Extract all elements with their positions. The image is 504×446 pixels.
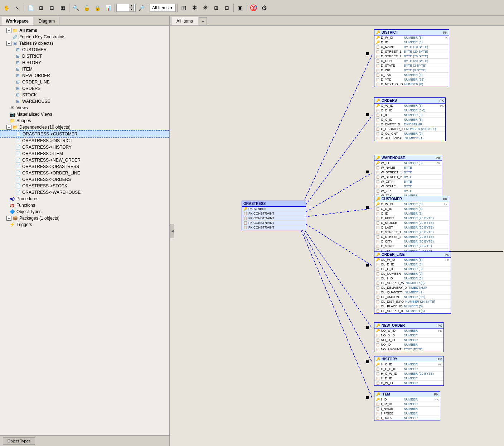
toolbar-hand-btn[interactable]: ✋ [1,3,11,13]
bottom-tab-objtypes[interactable]: Object Types [3,437,35,445]
tree-item-stock[interactable]: ⊞ STOCK [0,92,169,98]
toolbar-search-btn[interactable]: 🔍 [71,3,81,13]
collapse-handle[interactable]: ◀ [170,224,174,238]
tree-item-triggers[interactable]: ⚡ Triggers [0,221,169,228]
item-tbl-icon: 🔑 [376,392,380,396]
toolbar-icon6-btn[interactable]: ▣ [235,3,245,13]
tree-item-order-line[interactable]: ⊞ ORDER_LINE [0,79,169,85]
tree-item-customer[interactable]: ⊞ CUSTOMER [0,47,169,53]
db-table-customer[interactable]: 🔑 CUSTOMER PK 🔑C_W_IDNUMBER (5)PK 📋C_D_I… [374,196,449,254]
tree-item-district[interactable]: ⊞ DISTRICT [0,53,169,59]
tree-item-dep4[interactable]: 📄 ORASTRESS->ITEM [0,150,169,157]
toolbar-icon8-btn[interactable]: ⚙ [259,3,269,13]
customer-label: CUSTOMER [22,47,47,52]
table-row: 📋D_STREET_2BYTE (20 BYTE) [374,54,449,59]
tab-diagram[interactable]: Diagram [34,17,59,25]
tree-item-history[interactable]: ⊞ HISTORY [0,59,169,66]
svg-line-6 [297,220,372,363]
bottom-panel: Object Types [0,435,169,446]
tree-item-views[interactable]: 👁 Views [0,105,169,111]
zoom-input[interactable]: 24 [118,5,128,10]
tables-toggle[interactable]: − [6,41,11,46]
right-tab-add-btn[interactable]: + [199,17,207,25]
toolbar-icon4-btn[interactable]: ⊞ [211,3,221,13]
tree-item-matviews[interactable]: 📷 Materialized Views [0,111,169,118]
toolbar-copy-btn[interactable]: ⊞ [36,3,46,13]
table-row: 📋NO_AMOUNTTEXT (BYTE) [374,347,444,352]
db-table-history[interactable]: 🔑 HISTORY PK 🔑H_C_IDNUMBERPK 📋H_C_D_IDNU… [374,356,444,386]
toolbar-icon7-btn[interactable]: 🎯 [248,3,258,13]
root-toggle[interactable]: − [6,28,11,33]
tree-item-tables[interactable]: − ⊞ Tables (9 objects) [0,40,169,47]
tree-item-shapes[interactable]: 📁 Shapes [0,118,169,124]
toolbar-lock2-btn[interactable]: 🔒 [92,3,102,13]
db-table-order-line[interactable]: 🔑 ORDER_LINE PK 🔑OL_W_IDNUMBER (5)PK 📋OL… [374,251,451,314]
toolbar-chart-btn[interactable]: 📊 [103,3,113,13]
zoom-down-btn[interactable]: ▼ [129,8,134,12]
table-row: 📋H_C_W_IDNUMBER (20 BYTE) [374,371,444,376]
toolbar-lock-btn[interactable]: 🔓 [82,3,92,13]
table-row: 📋I_NAMENUMBER [374,407,440,411]
tree-item-fk[interactable]: 🔗 Foreign Key Constraints [0,34,169,40]
tree-container[interactable]: − 📁 All Items 🔗 Foreign Key Constraints … [0,26,169,435]
district-icon: ⊞ [15,53,21,59]
db-table-orastress[interactable]: ORASTRESS 🔑PK STRESS 📋FK CONSTRAINT 📋FK … [242,201,306,230]
tree-item-dep1[interactable]: 📄 ORASTRESS->CUSTOMER [0,130,169,138]
svg-line-4 [297,219,372,266]
dep2-icon: 📄 [15,138,21,144]
tree-item-dep3[interactable]: 📄 ORASTRESS->HISTORY [0,144,169,150]
tree-item-item[interactable]: ⊞ ITEM [0,66,169,72]
tree-item-dep2[interactable]: 📄 ORASTRESS->DISTRICT [0,138,169,144]
dep6-icon: 📄 [15,164,21,169]
tree-item-objtypes[interactable]: 🔷 Object Types [0,208,169,215]
table-row: 📋D_STATEBYTE (2 BYTE) [374,63,449,68]
fk-label: Foreign Key Constraints [19,34,66,39]
tree-item-deps[interactable]: − 📂 Dependencies (10 objects) [0,124,169,130]
tree-item-dep9[interactable]: 📄 ORASTRESS->STOCK [0,183,169,189]
toolbar-layout-btn[interactable]: ▦ [58,3,68,13]
svg-line-0 [297,54,372,216]
matviews-icon: 📷 [9,111,15,117]
toolbar-magnify-btn[interactable]: 🔎 [136,3,146,13]
warehouse-tbl-info: PK [436,156,440,160]
zoom-up-btn[interactable]: ▲ [129,4,134,8]
toolbar-icon1-btn[interactable]: ⊞ [179,3,189,13]
tree-item-dep10[interactable]: 📄 ORASTRESS->WAREHOUSE [0,189,169,196]
right-tab-allitems[interactable]: All Items [171,17,198,25]
stock-label: STOCK [22,92,37,97]
svg-line-7 [297,221,372,398]
tree-item-dep5[interactable]: 📄 ORASTRESS->NEW_ORDER [0,157,169,163]
db-table-district[interactable]: 🔑 DISTRICT PK 🔑D_W_IDNUMBER (5)PK 🔑D_IDN… [374,29,449,87]
tree-item-warehouse[interactable]: ⊞ WAREHOUSE [0,98,169,105]
db-table-orders[interactable]: 🔑 ORDERS PK 🔑O_W_IDNUMBER (5)PK 📋O_D_IDN… [374,97,446,141]
deps-toggle[interactable]: − [6,125,11,130]
toolbar-icon3-btn[interactable]: ✳ [200,3,210,13]
tree-item-new-order[interactable]: ⊞ NEW_ORDER [0,72,169,79]
tree-item-dep6[interactable]: 📄 ORASTRESS->ORASTRESS [0,163,169,170]
customer-tbl-icon: 🔑 [376,197,380,201]
toolbar-select-btn[interactable]: ↖ [12,3,22,13]
db-table-new-order[interactable]: 🔑 NEW_ORDER PK 🔑NO_W_IDNUMBERPK 📋NO_D_ID… [374,322,444,352]
packages-toggle[interactable]: + [6,216,11,221]
diagram-canvas[interactable]: 🔑 DISTRICT PK 🔑D_W_IDNUMBER (5)PK 🔑D_IDN… [170,26,504,446]
table-row: 📋OL_O_IDNUMBER (8) [374,267,451,272]
tree-item-dep8[interactable]: 📄 ORASTRESS->ORDERS [0,176,169,183]
tree-root[interactable]: − 📁 All Items [0,27,169,34]
toolbar-icon2-btn[interactable]: ❄ [190,3,200,13]
tree-item-procedures[interactable]: p() Procedures [0,196,169,202]
toolbar-grid-btn[interactable]: ⊟ [47,3,57,13]
db-table-item[interactable]: 🔑 ITEM PK 🔑I_IDNUMBERPK 📋I_IM_IDNUMBER 📋… [374,391,440,421]
tree-item-functions[interactable]: f() Functions [0,202,169,208]
toolbar-new-btn[interactable]: 📄 [25,3,35,13]
table-row: 📋C_D_IDNUMBER (5) [374,207,449,211]
tree-item-orders[interactable]: ⊞ ORDERS [0,85,169,92]
toolbar-icon5-btn[interactable]: ⊟ [222,3,232,13]
filter-dropdown[interactable]: All Items ▼ [150,4,176,12]
table-row: 📋OL_DELIVERY_DTIMESTAMP [374,286,451,290]
collapse-icon: ◀ [171,229,174,233]
tab-workspace[interactable]: Workspace [1,17,33,25]
table-row: 📋OL_I_IDNUMBER (6) [374,276,451,281]
table-row: 📋NO_D_IDNUMBER [374,333,444,338]
tree-item-packages[interactable]: + 📦 Packages (1 objects) [0,215,169,221]
tree-item-dep7[interactable]: 📄 ORASTRESS->ORDER_LINE [0,170,169,176]
